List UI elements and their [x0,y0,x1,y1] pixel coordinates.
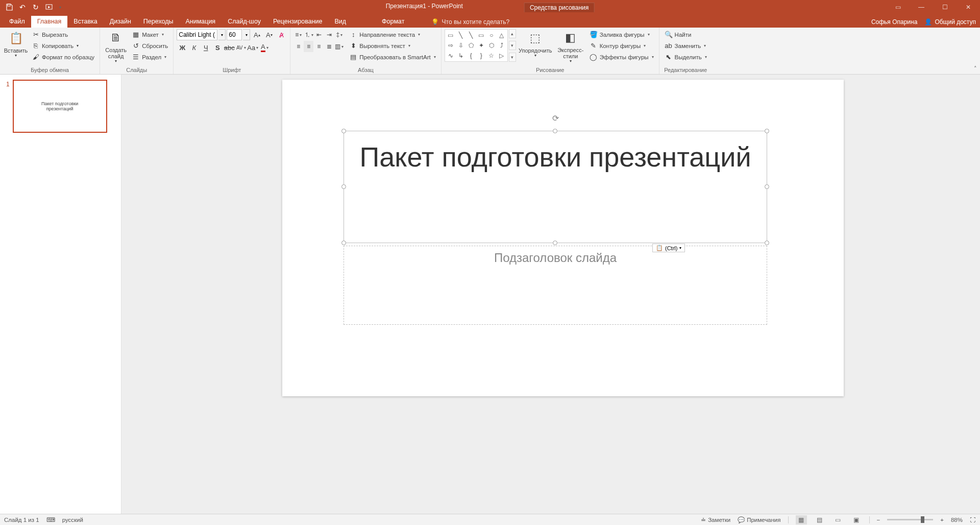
account-user[interactable]: Софья Опарина [871,18,917,26]
zoom-in-button[interactable]: + [940,517,944,523]
shape-callout[interactable]: ⬠ [466,40,476,51]
maximize-button[interactable]: ☐ [933,0,957,14]
decrease-indent-button[interactable]: ⇤ [314,29,324,40]
collapse-ribbon-button[interactable]: ˄ [974,65,977,72]
qat-customize-button[interactable] [56,1,63,13]
save-button[interactable] [3,1,15,13]
rotate-handle[interactable]: ⟳ [552,113,559,123]
shape-line2[interactable]: ╲ [466,30,476,40]
convert-smartart-button[interactable]: ▤Преобразовать в SmartArt [347,52,438,62]
align-left-button[interactable]: ≡ [293,41,303,52]
increase-indent-button[interactable]: ⇥ [324,29,334,40]
shape-arrow-r[interactable]: ⇨ [446,40,456,51]
comments-button[interactable]: 💬Примечания [738,516,780,523]
change-case-button[interactable]: Aa [247,42,258,53]
line-spacing-button[interactable]: ‡ [334,29,344,40]
shape-oval[interactable]: ○ [486,30,497,40]
shape-brace-l[interactable]: { [466,51,476,61]
tab-animations[interactable]: Анимация [179,16,222,28]
reset-button[interactable]: ↺Сбросить [130,40,170,51]
shape-brace-r[interactable]: } [476,51,486,61]
sorter-view-button[interactable]: ▤ [814,515,825,524]
handle-nw[interactable] [341,129,346,133]
cut-button[interactable]: ✂Вырезать [30,29,96,40]
shape-line[interactable]: ╲ [456,30,466,40]
align-right-button[interactable]: ≡ [314,41,324,52]
handle-n[interactable] [553,129,557,133]
shape-triangle[interactable]: △ [497,30,507,40]
slide-title-text[interactable]: Пакет подготовки презентаций [344,141,767,173]
paste-button[interactable]: 📋 Вставить ▾ [3,29,29,64]
handle-ne[interactable] [765,129,769,133]
tab-file[interactable]: Файл [3,16,31,28]
tab-design[interactable]: Дизайн [104,16,137,28]
tab-slideshow[interactable]: Слайд-шоу [222,16,267,28]
slide-editor[interactable]: ⟳ Пакет подготовки презентаций Подзаголо… [121,75,980,514]
slide-count[interactable]: Слайд 1 из 1 [4,517,39,523]
shapes-up[interactable]: ▴ [509,29,516,38]
zoom-thumb[interactable] [921,516,924,523]
bold-button[interactable]: Ж [177,42,188,53]
shape-effects-button[interactable]: ◯Эффекты фигуры [587,52,656,62]
language-button[interactable]: русский [62,517,83,523]
shrink-font-button[interactable]: A▾ [263,29,275,40]
fit-window-button[interactable]: ⛶ [970,517,976,523]
tab-review[interactable]: Рецензирование [267,16,329,28]
thumbnail-preview[interactable]: Пакет подготовки презентаций [13,80,107,133]
shape-rect-tool[interactable]: ▭ [446,30,456,40]
paste-options-button[interactable]: 📋 (Ctrl) ▾ [652,244,685,252]
ribbon-options-button[interactable]: ▭ [886,0,910,14]
underline-button[interactable]: Ч [200,42,211,53]
strikethrough-button[interactable]: abc [224,42,235,53]
handle-sw[interactable] [341,241,346,245]
select-button[interactable]: ⬉Выделить [663,52,709,62]
share-button[interactable]: 👤 Общий доступ [924,18,976,26]
align-text-button[interactable]: ⬍Выровнять текст [347,40,438,51]
section-button[interactable]: ☰Раздел [130,52,170,62]
text-direction-button[interactable]: ↕Направление текста [347,29,438,40]
tab-view[interactable]: Вид [328,16,352,28]
handle-s[interactable] [553,241,557,245]
font-name-dropdown[interactable]: ▾ [218,29,226,40]
find-button[interactable]: 🔍Найти [663,29,709,40]
shapes-down[interactable]: ▾ [509,41,516,50]
thumbnail-item[interactable]: 1 Пакет подготовки презентаций [6,80,115,133]
font-size-input[interactable] [227,29,242,40]
clear-formatting-button[interactable]: A̷ [276,29,287,40]
shape-hex[interactable]: ⬡ [486,40,497,51]
layout-button[interactable]: ▦Макет [130,29,170,40]
numbering-button[interactable]: ⒈ [304,29,313,40]
shape-star[interactable]: ☆ [486,51,497,61]
align-center-button[interactable]: ≡ [304,41,313,52]
tab-format[interactable]: Формат [376,16,410,28]
shapes-more[interactable]: ▾ [509,53,516,62]
thumbnail-pane[interactable]: 1 Пакет подготовки презентаций [0,75,121,514]
slideshow-view-button[interactable]: ▣ [851,515,862,524]
shape-arrow-d[interactable]: ⇩ [456,40,466,51]
handle-w[interactable] [341,184,346,189]
shape-fill-button[interactable]: 🪣Заливка фигуры [587,29,656,40]
slide-canvas[interactable]: ⟳ Пакет подготовки презентаций Подзаголо… [282,80,844,396]
shadow-button[interactable]: S [212,42,223,53]
tab-home[interactable]: Главная [31,16,68,28]
zoom-out-button[interactable]: − [877,517,880,523]
slide-subtitle-text[interactable]: Подзаголовок слайда [344,251,767,265]
redo-refresh-button[interactable]: ↻ [30,1,42,13]
justify-button[interactable]: ≣ [324,41,334,52]
zoom-level[interactable]: 88% [951,517,963,523]
undo-button[interactable]: ↶ [16,1,29,13]
arrange-button[interactable]: ⬚ Упорядочить▾ [517,29,554,64]
shapes-gallery[interactable]: ▭╲╲▭○△ ⇨⇩⬠✦⬡⤴ ∿↳{}☆▷ [445,29,508,62]
reading-view-button[interactable]: ▭ [832,515,844,524]
replace-button[interactable]: abЗаменить [663,40,709,51]
spellcheck-icon[interactable]: ⌨ [46,516,55,523]
char-spacing-button[interactable]: AV [235,42,247,53]
shape-rect2[interactable]: ▭ [476,30,486,40]
font-color-button[interactable]: A [259,42,270,53]
zoom-slider[interactable] [887,519,933,520]
handle-se[interactable] [765,241,769,245]
shape-outline-button[interactable]: ✎Контур фигуры [587,40,656,51]
normal-view-button[interactable]: ▦ [796,515,807,524]
shape-curve[interactable]: ∿ [446,51,456,61]
shape-conn[interactable]: ⤴ [497,40,507,51]
